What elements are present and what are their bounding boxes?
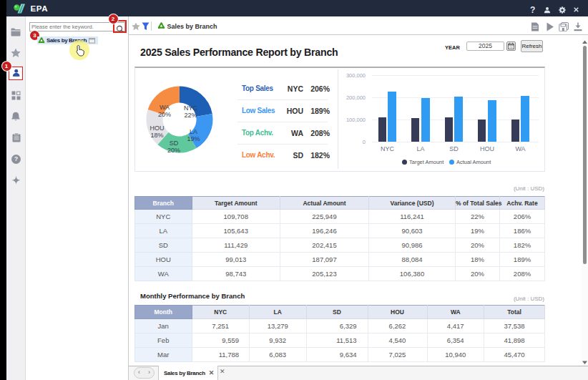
- svg-text:SD: SD: [170, 140, 179, 147]
- svg-text:HOU: HOU: [150, 125, 165, 132]
- svg-text:NYC: NYC: [184, 104, 198, 112]
- svg-text:19%: 19%: [187, 135, 200, 142]
- svg-text:WA: WA: [160, 104, 170, 111]
- svg-text:18%: 18%: [150, 132, 163, 139]
- svg-text:LA: LA: [190, 128, 197, 135]
- svg-text:20%: 20%: [167, 147, 180, 154]
- svg-text:20%: 20%: [158, 111, 171, 118]
- svg-text:22%: 22%: [184, 112, 197, 119]
